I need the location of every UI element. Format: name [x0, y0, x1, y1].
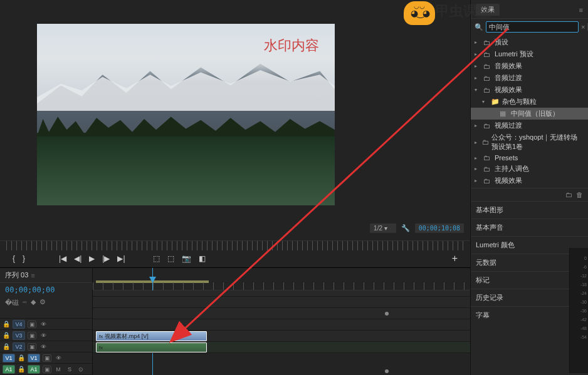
track-badge[interactable]: V4: [13, 320, 25, 329]
extract-icon[interactable]: ⬚: [167, 254, 174, 263]
bin-icon: 🗀: [483, 51, 492, 58]
track-header-v2[interactable]: 🔒 V2 ▣ 👁: [0, 341, 92, 352]
export-frame-icon[interactable]: 📷: [182, 254, 191, 263]
link-icon[interactable]: ⎓: [23, 298, 27, 307]
track-lane-v2[interactable]: [93, 319, 470, 331]
add-button-icon[interactable]: +: [452, 253, 458, 264]
track-lane-spacer[interactable]: [93, 290, 470, 297]
target-toggle[interactable]: ▣: [43, 354, 51, 362]
clear-search-icon[interactable]: ×: [581, 23, 585, 31]
effects-tree-item[interactable]: ▾🗀视频效果: [471, 84, 588, 96]
audio-clip[interactable]: fx: [96, 342, 207, 352]
target-toggle[interactable]: ▣: [43, 366, 51, 373]
lock-icon[interactable]: 🔒: [3, 321, 10, 327]
delete-icon[interactable]: 🗑: [576, 191, 583, 198]
effects-tree-item[interactable]: ▸🗀视频过渡: [471, 120, 588, 131]
keyframe-marker[interactable]: [385, 312, 389, 316]
expand-arrow-icon[interactable]: ▸: [475, 75, 481, 81]
eye-icon[interactable]: 👁: [39, 343, 48, 351]
effects-tree-item[interactable]: ▾📁杂色与颗粒: [471, 96, 588, 108]
settings-icon[interactable]: ⚙: [39, 298, 46, 307]
bin-icon: 🗀: [483, 86, 492, 94]
eye-icon[interactable]: 👁: [39, 321, 48, 328]
lock-icon[interactable]: 🔒: [3, 343, 10, 350]
video-preview[interactable]: 水印内容: [37, 24, 335, 205]
go-to-out-icon[interactable]: ▶|: [117, 254, 125, 263]
time-ruler[interactable]: [93, 268, 470, 290]
track-header-v4[interactable]: 🔒 V4 ▣ 👁: [0, 319, 92, 330]
lock-icon[interactable]: 🔒: [3, 332, 10, 339]
effects-tree-item[interactable]: ▸🗀音频效果: [471, 60, 588, 72]
lock-icon[interactable]: 🔒: [18, 366, 25, 372]
effects-tree-item[interactable]: ▦中间值（旧版）: [471, 108, 588, 120]
video-clip[interactable]: fx视频素材.mp4 [V]: [96, 331, 207, 341]
step-back-icon[interactable]: ◀|: [74, 254, 81, 263]
track-lane-v1[interactable]: fx视频素材.mp4 [V]: [93, 331, 470, 342]
mark-in-icon[interactable]: {: [13, 254, 15, 263]
side-panel-tab[interactable]: 基本声音: [471, 218, 588, 236]
tree-item-label: 预设: [495, 38, 508, 47]
solo-icon[interactable]: S: [65, 366, 74, 373]
tree-item-label: 音频过渡: [495, 73, 522, 83]
expand-arrow-icon[interactable]: ▸: [475, 39, 481, 45]
track-lane-v4[interactable]: [93, 297, 470, 308]
track-header-v1[interactable]: V1 🔒 V1 ▣ 👁: [0, 352, 92, 364]
step-forward-icon[interactable]: |▶: [102, 254, 110, 263]
track-badge[interactable]: V3: [13, 331, 25, 340]
expand-arrow-icon[interactable]: ▸: [475, 63, 481, 69]
bin-icon: 🗀: [483, 39, 492, 46]
keyframe-marker[interactable]: [385, 369, 389, 373]
voice-icon[interactable]: ⊙: [76, 366, 85, 373]
track-badge[interactable]: V2: [13, 342, 25, 351]
expand-arrow-icon[interactable]: ▾: [482, 99, 488, 105]
sequence-timecode[interactable]: 00;00;00;00: [0, 283, 92, 297]
target-toggle[interactable]: ▣: [28, 321, 36, 328]
panel-label: 标记: [476, 275, 490, 285]
mute-icon[interactable]: M: [54, 366, 63, 373]
expand-arrow-icon[interactable]: ▸: [475, 51, 481, 57]
expand-arrow-icon[interactable]: ▾: [475, 87, 481, 93]
effects-tree-item[interactable]: ▸🗀公众号：yshqopt｜无缝转场预设第1卷: [471, 131, 588, 153]
marker-icon[interactable]: ◆: [31, 298, 36, 307]
target-toggle[interactable]: ▣: [28, 332, 36, 339]
new-bin-icon[interactable]: 🗀: [565, 191, 572, 198]
effects-tree-item[interactable]: ▸🗀音频过渡: [471, 72, 588, 84]
bin-icon: 🗀: [483, 63, 492, 70]
go-to-in-icon[interactable]: |◀: [59, 254, 66, 263]
monitor-ruler[interactable]: [0, 240, 470, 250]
panel-menu-icon[interactable]: ≡: [579, 6, 583, 14]
expand-arrow-icon[interactable]: ▸: [475, 178, 481, 183]
expand-arrow-icon[interactable]: ▸: [475, 140, 480, 145]
expand-arrow-icon[interactable]: ▸: [475, 166, 481, 172]
snap-icon[interactable]: �磁: [5, 298, 19, 307]
lock-icon[interactable]: 🔒: [18, 354, 25, 361]
effects-tree-item[interactable]: ▸🗀Lumetri 预设: [471, 48, 588, 60]
track-lane-a1[interactable]: fx: [93, 342, 470, 353]
side-panel-tab[interactable]: 基本图形: [471, 201, 588, 218]
meter-tick: -12: [580, 272, 587, 280]
comparison-icon[interactable]: ◧: [199, 254, 206, 263]
tree-item-label: 视频效果: [495, 85, 522, 95]
track-lane-v3[interactable]: [93, 308, 470, 319]
effects-tree-item[interactable]: ▸🗀Presets: [471, 153, 588, 163]
timecode-display[interactable]: 00;00;10;08: [415, 223, 464, 233]
track-badge[interactable]: A1: [28, 365, 40, 374]
target-toggle[interactable]: ▣: [28, 343, 36, 351]
track-header-v3[interactable]: 🔒 V3 ▣ 👁: [0, 330, 92, 341]
mark-out-icon[interactable]: }: [23, 254, 25, 263]
effects-tree-item[interactable]: ▸🗀主持人调色: [471, 163, 588, 175]
track-header-a1[interactable]: A1 🔒 A1 ▣ M S ⊙: [0, 364, 92, 375]
sequence-tab[interactable]: 序列 03 ≡: [5, 270, 35, 280]
lift-icon[interactable]: ⬚: [153, 254, 160, 263]
track-badge[interactable]: V1: [28, 354, 40, 362]
play-icon[interactable]: ▶: [89, 254, 95, 263]
expand-arrow-icon[interactable]: ▸: [475, 123, 481, 128]
effects-tree-item[interactable]: ▸🗀视频效果: [471, 175, 588, 187]
eye-icon[interactable]: 👁: [39, 332, 48, 339]
expand-arrow-icon[interactable]: ▸: [475, 155, 481, 161]
zoom-selector[interactable]: 1/2 ▾: [370, 223, 396, 233]
effects-tree-item[interactable]: ▸🗀预设: [471, 36, 588, 48]
settings-icon[interactable]: 🔧: [401, 224, 410, 232]
effects-search-input[interactable]: [486, 21, 579, 33]
eye-icon[interactable]: 👁: [54, 354, 63, 362]
